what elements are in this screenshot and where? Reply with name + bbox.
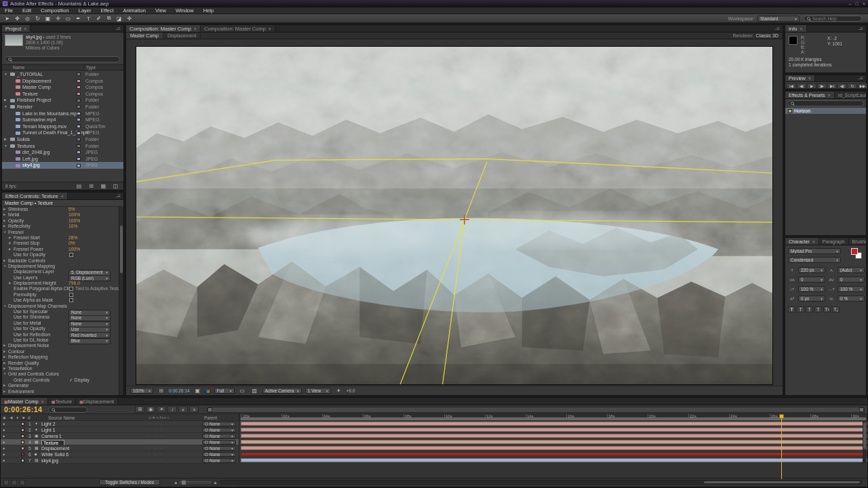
- effect-property-row[interactable]: ▼ Grid and Controls Colors: [2, 371, 119, 377]
- twirl-icon[interactable]: ▼: [4, 71, 9, 78]
- eraser-tool[interactable]: ◪: [114, 15, 124, 22]
- scrollbar[interactable]: [119, 207, 123, 395]
- grid-guides-icon[interactable]: ⊞: [157, 387, 165, 394]
- effect-property-row[interactable]: ▼ Displacement Map Channels: [2, 304, 119, 309]
- menu-item[interactable]: Edit: [18, 7, 36, 14]
- layer-switches[interactable]: - - -: [149, 439, 164, 445]
- menu-item[interactable]: Window: [171, 7, 199, 14]
- zoom-dropdown[interactable]: 100%: [130, 388, 153, 394]
- layer-duration-bar[interactable]: [241, 458, 867, 462]
- property-value[interactable]: 0%: [68, 241, 75, 246]
- expand-time-pane-icon[interactable]: [20, 480, 25, 485]
- panel-menu-icon[interactable]: [856, 75, 866, 81]
- property-checkbox[interactable]: [69, 253, 73, 257]
- effect-property-row[interactable]: Premultiply: [2, 292, 119, 298]
- twirl-icon[interactable]: ▶: [4, 97, 9, 104]
- tab-project[interactable]: Project: [2, 25, 31, 32]
- label-color-chip[interactable]: [77, 144, 81, 148]
- horizontal-scale-dropdown[interactable]: 100 %: [837, 286, 865, 292]
- effects-search-input[interactable]: [787, 100, 864, 106]
- snapshot-icon[interactable]: ▣: [193, 387, 202, 394]
- Displacement[interactable]: Displacement Compos: [2, 78, 123, 85]
- twirl-icon[interactable]: ▼: [3, 230, 6, 235]
- faux-style-button[interactable]: T: [788, 306, 795, 312]
- twirl-icon[interactable]: ▶: [9, 241, 11, 246]
- Displacement[interactable]: ● 5 Displacement - - - None: [1, 445, 867, 451]
- time-navigator[interactable]: [207, 407, 865, 413]
- eye-icon[interactable]: ●: [3, 421, 5, 427]
- twirl-icon[interactable]: ▶: [3, 207, 5, 212]
- parent-dropdown[interactable]: None: [202, 422, 236, 426]
- menu-item[interactable]: View: [151, 7, 171, 14]
- leading-dropdown[interactable]: (Auto): [837, 267, 865, 273]
- twirl-icon[interactable]: ▶: [3, 258, 5, 264]
- effect-property-row[interactable]: ▶ Shininess 5% 5% 5%: [2, 207, 119, 212]
- effect-property-row[interactable]: ▶ Reflection Mapping: [2, 354, 119, 360]
- first-frame[interactable]: |◀: [787, 83, 796, 89]
- layer-name[interactable]: Light 1: [41, 427, 55, 433]
- effect-property-row[interactable]: ▶ Displacement Height 796.0 796.0 796.0: [2, 281, 119, 286]
- layer-track[interactable]: [239, 439, 867, 445]
- panel-menu-icon[interactable]: [113, 192, 123, 199]
- exposure-value[interactable]: +0.0: [347, 388, 355, 393]
- label-color-chip[interactable]: [77, 105, 81, 108]
- vertical-scale-dropdown[interactable]: 100 %: [798, 286, 825, 292]
- label-color-chip[interactable]: [77, 138, 81, 141]
- camera-view-dropdown[interactable]: Active Camera: [262, 388, 302, 394]
- twirl-icon[interactable]: ▶: [9, 235, 11, 241]
- graph-editor-icon[interactable]: ≡: [189, 406, 199, 413]
- timeline-zoom-slider[interactable]: ▲▲: [174, 480, 218, 485]
- layer-name[interactable]: White Solid 6: [41, 451, 68, 458]
- label-color-chip[interactable]: [77, 85, 81, 89]
- pan-behind-tool[interactable]: ✛: [53, 15, 63, 22]
- work-area-bar[interactable]: [241, 418, 866, 420]
- tab-brushes[interactable]: Brushe: [849, 238, 866, 245]
- eye-icon[interactable]: ●: [3, 427, 5, 433]
- toggle-switches-modes-button[interactable]: Toggle Switches / Modes: [99, 479, 160, 485]
- parent-dropdown[interactable]: None: [202, 446, 236, 451]
- mask-shape-tool[interactable]: ▭: [63, 15, 73, 22]
- effect-property-row[interactable]: ▶ Generator: [2, 383, 119, 388]
- faux-style-button[interactable]: T: [806, 306, 813, 312]
- pick-whip-icon[interactable]: [205, 422, 208, 426]
- layer-switches[interactable]: - - -: [149, 433, 164, 439]
- column-type[interactable]: Type: [83, 65, 96, 70]
- brush-tool[interactable]: ✐: [94, 15, 104, 22]
- twirl-icon[interactable]: ▶: [9, 247, 11, 252]
- rendered-terrain-image[interactable]: [136, 46, 773, 385]
- font-style-dropdown[interactable]: Condensed: [788, 257, 841, 263]
- Textures[interactable]: ▼ Textures Folder: [2, 143, 123, 150]
- layer-switches[interactable]: - - -: [149, 451, 164, 458]
- pick-whip-icon[interactable]: [205, 459, 208, 462]
- twirl-icon[interactable]: ▶: [3, 389, 5, 394]
- twirl-icon[interactable]: ▶: [3, 212, 5, 218]
- menu-item[interactable]: File: [0, 7, 18, 14]
- parent-dropdown[interactable]: None: [202, 434, 236, 439]
- search-help-input[interactable]: Search Help: [804, 16, 862, 22]
- type-tool[interactable]: T: [83, 15, 94, 22]
- fill-stroke-swatches[interactable]: [851, 248, 862, 259]
- Master Comp[interactable]: Master Comp Compos: [2, 84, 123, 91]
- panel-menu-icon[interactable]: [856, 25, 866, 32]
- draft-3d-icon[interactable]: ◉: [146, 406, 155, 413]
- Texture[interactable]: ● 4 Texture - - - None: [1, 439, 867, 445]
- show-channel-icon[interactable]: [205, 388, 211, 394]
- viewer-tab-master-comp[interactable]: Master Comp: [126, 33, 163, 39]
- layer-label-chip[interactable]: [21, 422, 24, 426]
- hide-shy-icon[interactable]: ✦: [157, 406, 166, 413]
- panel-menu-icon[interactable]: [113, 25, 123, 32]
- effect-property-row[interactable]: ▼ Displacement Mapping: [2, 264, 119, 269]
- layer-duration-bar[interactable]: [241, 428, 867, 432]
- label-color-chip[interactable]: [77, 112, 81, 115]
- pick-whip-icon[interactable]: [205, 434, 208, 438]
- property-checkbox[interactable]: [69, 293, 73, 297]
- layer-label-chip[interactable]: [21, 434, 24, 438]
- pen-tool[interactable]: ✒: [73, 15, 83, 22]
- Submarine.mp4[interactable]: Submarine.mp4 MPEG: [2, 117, 123, 123]
- layer-track[interactable]: [239, 458, 867, 463]
- effect-property-row[interactable]: ▶ Backside Controls: [2, 258, 119, 264]
- property-value[interactable]: 796.0: [68, 281, 80, 286]
- property-value[interactable]: 28%: [68, 235, 78, 241]
- layer-duration-bar[interactable]: [241, 440, 867, 444]
- layer-name[interactable]: Light 2: [41, 421, 55, 427]
